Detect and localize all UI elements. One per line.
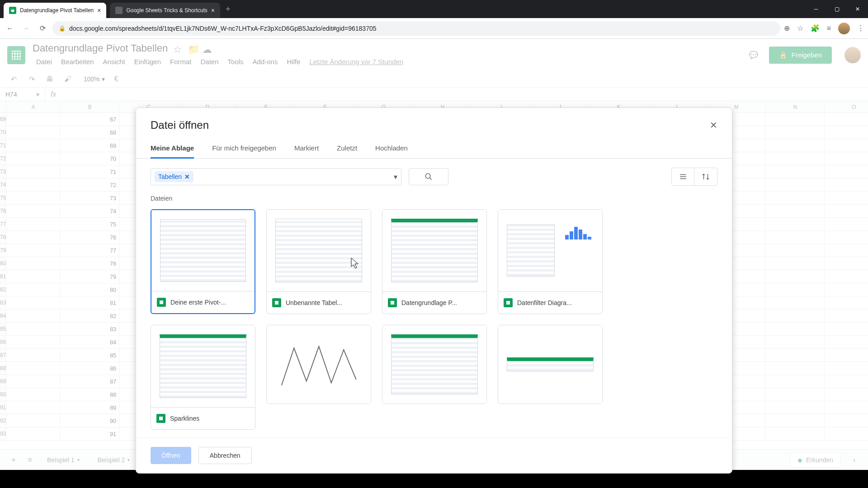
zoom-indicator-icon[interactable]: ⊕ (784, 24, 790, 33)
menu-icon[interactable]: ≡ (827, 24, 831, 33)
file-card[interactable]: Deine erste Pivot-... (151, 209, 255, 314)
file-name: Datengrundlage P... (401, 299, 457, 306)
files-section-label: Dateien (151, 195, 717, 202)
close-window-button[interactable]: ✕ (847, 0, 868, 18)
search-input[interactable]: Tabellen ✕ ▾ (151, 168, 401, 185)
svg-rect-8 (275, 301, 278, 305)
view-toggle (671, 168, 717, 186)
file-open-modal: Datei öffnen ✕ Meine AblageFür mich frei… (136, 108, 732, 474)
address-bar: ← → ⟳ 🔒 docs.google.com/spreadsheets/d/1… (0, 18, 868, 39)
minimize-button[interactable]: ─ (806, 0, 826, 18)
svg-rect-9 (391, 301, 394, 305)
file-card[interactable]: Sparklines (151, 325, 255, 430)
svg-rect-11 (159, 417, 163, 420)
svg-rect-1 (11, 9, 14, 10)
modal-tab[interactable]: Markiert (294, 139, 319, 158)
sheets-file-icon (504, 298, 513, 307)
modal-tab[interactable]: Meine Ablage (151, 139, 194, 159)
svg-rect-10 (506, 301, 510, 305)
tab-title: Google Sheets Tricks & Shortcuts (126, 7, 207, 14)
window-controls: ─ ▢ ✕ (806, 0, 868, 18)
file-thumbnail (267, 210, 371, 291)
sheets-favicon (115, 7, 123, 14)
profile-avatar[interactable] (838, 23, 850, 34)
file-card[interactable] (498, 325, 603, 404)
cancel-button[interactable]: Abbrechen (198, 447, 252, 464)
filter-chip[interactable]: Tabellen ✕ (155, 171, 193, 182)
search-button[interactable] (409, 168, 448, 185)
extensions-icon[interactable]: 🧩 (811, 24, 820, 33)
back-button[interactable]: ← (4, 22, 16, 35)
modal-tab[interactable]: Hochladen (375, 139, 408, 158)
sheets-file-icon (157, 298, 166, 307)
svg-rect-5 (680, 176, 686, 177)
list-view-button[interactable] (672, 168, 694, 185)
sheets-file-icon (156, 414, 165, 423)
file-thumbnail (151, 210, 255, 291)
reload-button[interactable]: ⟳ (36, 22, 49, 35)
file-name: Unbenannte Tabel... (286, 299, 342, 306)
file-thumbnail (498, 325, 602, 404)
file-name: Sparklines (170, 415, 199, 422)
tab-title: Datengrundlage Pivot Tabellen (20, 7, 94, 14)
file-thumbnail (382, 325, 486, 404)
bookmark-icon[interactable]: ☆ (797, 24, 803, 33)
modal-close-button[interactable]: ✕ (710, 120, 717, 131)
modal-title: Datei öffnen (151, 119, 710, 131)
file-name: Datenfilter Diagra... (517, 299, 572, 306)
svg-rect-6 (680, 178, 686, 179)
file-card[interactable]: Datengrundlage P... (382, 209, 487, 314)
file-card[interactable]: Datenfilter Diagra... (498, 209, 603, 314)
sheets-file-icon (388, 298, 397, 307)
close-icon[interactable]: × (211, 7, 215, 14)
forward-button[interactable]: → (20, 22, 33, 35)
browser-tab-1[interactable]: Datengrundlage Pivot Tabellen × (4, 3, 106, 18)
chrome-menu-icon[interactable]: ⋮ (857, 24, 864, 33)
open-button[interactable]: Öffnen (151, 447, 191, 464)
chip-remove-icon[interactable]: ✕ (184, 173, 190, 180)
dropdown-icon[interactable]: ▾ (394, 173, 397, 181)
file-thumbnail (498, 210, 602, 291)
sort-button[interactable] (694, 168, 717, 185)
sheets-file-icon (272, 298, 281, 307)
file-name: Deine erste Pivot-... (170, 299, 226, 306)
browser-tab-strip: Datengrundlage Pivot Tabellen × Google S… (0, 0, 868, 18)
svg-line-3 (429, 178, 432, 180)
maximize-button[interactable]: ▢ (826, 0, 847, 18)
file-card[interactable] (382, 325, 487, 404)
lock-icon: 🔒 (59, 25, 66, 32)
file-thumbnail (267, 325, 371, 404)
url-text: docs.google.com/spreadsheets/d/1tqvEL1jk… (69, 25, 377, 32)
svg-point-2 (425, 174, 430, 178)
file-thumbnail (382, 210, 486, 291)
sheets-favicon (9, 7, 16, 14)
svg-rect-4 (680, 174, 686, 175)
file-card[interactable] (266, 325, 371, 404)
modal-tab[interactable]: Für mich freigegeben (212, 139, 276, 158)
close-icon[interactable]: × (97, 7, 101, 14)
file-card[interactable]: Unbenannte Tabel... (266, 209, 371, 314)
svg-rect-7 (160, 300, 163, 304)
browser-tab-2[interactable]: Google Sheets Tricks & Shortcuts × (110, 3, 220, 18)
url-input[interactable]: 🔒 docs.google.com/spreadsheets/d/1tqvEL1… (52, 21, 780, 36)
modal-tab[interactable]: Zuletzt (337, 139, 357, 158)
new-tab-button[interactable]: + (226, 5, 231, 14)
file-thumbnail (151, 325, 255, 407)
